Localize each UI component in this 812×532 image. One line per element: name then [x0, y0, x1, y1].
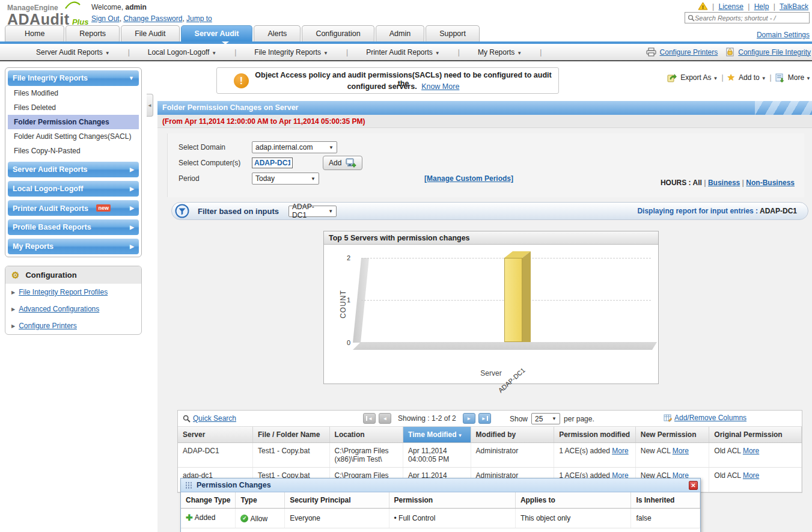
sidebar-item-folder-permission-changes[interactable]: Folder Permission Changes	[8, 115, 139, 129]
sidebar-item-files-modified[interactable]: Files Modified	[8, 86, 139, 100]
sign-out-link[interactable]: Sign Out	[91, 14, 120, 23]
hours-non-business-link[interactable]: Non-Business	[746, 179, 795, 187]
more-label: More	[788, 73, 804, 82]
welcome-text: Welcome,	[91, 3, 123, 11]
configure-file-integrity-link[interactable]: Configure File Integrity	[738, 48, 811, 57]
table-row[interactable]: ADAP-DC1 Test1 - Copy.bat C:\Program Fil…	[178, 443, 802, 468]
export-as-button[interactable]: Export As▼	[680, 73, 718, 82]
change-password-link[interactable]: Change Password	[123, 14, 182, 23]
sidebar-section-profile-based-reports[interactable]: Profile Based Reports ▶	[8, 219, 139, 235]
sidebar-item-folder-audit-setting-changes[interactable]: Folder Audit Setting Changes(SACL)	[8, 129, 139, 144]
search-input[interactable]	[695, 14, 803, 22]
original-permission-text: Old ACL	[714, 447, 740, 455]
configuration-box: ⚙ Configuration ▶ File Integrity Report …	[5, 266, 142, 335]
page-size-control: Show 25 ▼ per page.	[510, 413, 594, 424]
config-link-label[interactable]: Configure Printers	[19, 322, 77, 330]
subnav-file-integrity-reports[interactable]: File Integrity Reports▼	[236, 48, 346, 57]
subnav-server-audit-reports[interactable]: Server Audit Reports▼	[18, 48, 128, 57]
bullet-icon: •	[394, 514, 397, 522]
subnav-printer-audit-reports[interactable]: Printer Audit Reports▼	[348, 48, 458, 57]
next-page-button[interactable]: ►	[463, 413, 475, 424]
cell-location: C:\Program Files (x86)\Fim Test\	[329, 443, 403, 468]
tab-configuration[interactable]: Configuration	[302, 25, 374, 41]
computer-input[interactable]	[252, 157, 293, 168]
know-more-link[interactable]: Know More	[421, 82, 459, 91]
prev-page-button[interactable]: ◄	[379, 413, 391, 424]
chart-bar[interactable]	[504, 258, 532, 342]
tab-reports[interactable]: Reports	[66, 25, 120, 41]
sidebar-collapse-handle[interactable]: ◄	[147, 94, 153, 117]
configure-printers-link[interactable]: Configure Printers	[660, 48, 718, 57]
sidebar-section-local-logon-logoff[interactable]: Local Logon-Logoff ▶	[8, 181, 139, 197]
last-page-button[interactable]: ►	[478, 413, 491, 424]
export-as-label: Export As	[680, 73, 711, 82]
more-link[interactable]: More	[743, 447, 759, 455]
hours-business-link[interactable]: Business	[708, 179, 740, 187]
sidebar-section-printer-audit-reports[interactable]: Printer Audit Reports new ▶	[8, 200, 139, 216]
quick-search-link[interactable]: Quick Search	[193, 414, 236, 423]
tab-file-audit[interactable]: File Audit	[121, 25, 179, 41]
add-remove-columns-link[interactable]: Add/Remove Columns	[674, 414, 746, 422]
subnav-local-logon-logoff[interactable]: Local Logon-Logoff▼	[130, 48, 234, 57]
first-page-button[interactable]: ◄	[363, 413, 376, 424]
subnav-my-reports[interactable]: My Reports▼	[460, 48, 540, 57]
hours-all[interactable]: All	[693, 179, 702, 187]
select-domain-label: Select Domain	[179, 143, 252, 151]
domain-settings-link[interactable]: Domain Settings	[757, 31, 810, 39]
filter-input-select[interactable]: ADAP-DC1 ▼	[288, 206, 337, 217]
tab-admin[interactable]: Admin	[376, 25, 424, 41]
sidebar-section-file-integrity-reports[interactable]: File Integrity Reports ▼	[8, 70, 139, 86]
col-new-permission[interactable]: New Permission	[635, 427, 709, 443]
chevron-right-icon: ▶	[130, 219, 134, 235]
add-computer-button[interactable]: Add	[323, 156, 362, 170]
notice-line2: configured servers. Know More	[253, 82, 554, 91]
col-modified-by[interactable]: Modified by	[471, 427, 554, 443]
sidebar-item-files-deleted[interactable]: Files Deleted	[8, 100, 139, 115]
new-badge: new	[96, 204, 111, 212]
more-link[interactable]: More	[612, 447, 628, 455]
license-link[interactable]: License	[719, 2, 743, 11]
sidebar-item-files-copy-n-pasted[interactable]: Files Copy-N-Pasted	[8, 144, 139, 158]
printer-icon	[646, 47, 656, 57]
config-link-configure-printers[interactable]: ▶ Configure Printers	[5, 317, 141, 334]
filter-value: ADAP-DC1	[292, 203, 323, 219]
col-original-permission[interactable]: Original Permission	[709, 427, 802, 443]
sidebar-section-server-audit-reports[interactable]: Server Audit Reports ▶	[8, 162, 139, 177]
tab-server-audit[interactable]: Server Audit	[181, 25, 253, 41]
manage-custom-periods-link[interactable]: [Manage Custom Periods]	[424, 174, 513, 183]
close-icon[interactable]: ✕	[689, 481, 698, 490]
header-stripes	[755, 101, 812, 115]
add-remove-columns[interactable]: Add/Remove Columns	[664, 414, 746, 422]
sub-nav: Server Audit Reports▼ | Local Logon-Logo…	[0, 44, 812, 61]
col-time-modified[interactable]: Time Modified▼	[403, 427, 471, 443]
domain-select[interactable]: adap.internal.com ▼	[252, 141, 337, 153]
more-link[interactable]: More	[743, 471, 759, 480]
alert-circle-icon: !	[234, 73, 249, 88]
col-file-folder-name[interactable]: File / Folder Name	[253, 427, 330, 443]
period-select[interactable]: Today ▼	[252, 173, 319, 185]
col-server[interactable]: Server	[178, 427, 253, 443]
add-to-button[interactable]: Add to▼	[739, 73, 766, 82]
jump-to-link[interactable]: Jump to	[186, 14, 212, 23]
config-link-file-integrity-report-profiles[interactable]: ▶ File Integrity Report Profiles	[5, 284, 141, 301]
filter-bar: Filter based on inputs ADAP-DC1 ▼ Displa…	[171, 202, 808, 220]
popup-header[interactable]: Permission Changes ✕	[181, 478, 700, 492]
adaudit-plus-page: ManageEngine ADAudit Plus Welcome, admin…	[0, 0, 812, 532]
talkback-link[interactable]: TalkBack	[780, 2, 808, 11]
col-location[interactable]: Location	[329, 427, 403, 443]
drag-handle-icon[interactable]	[185, 482, 192, 489]
config-link-advanced-configurations[interactable]: ▶ Advanced Configurations	[5, 301, 141, 317]
page-size-select[interactable]: 25 ▼	[531, 413, 560, 424]
config-link-label[interactable]: File Integrity Report Profiles	[19, 288, 108, 296]
help-link[interactable]: Help	[754, 2, 769, 11]
logo-swoosh-icon	[65, 1, 81, 9]
tab-alerts[interactable]: Alerts	[254, 25, 301, 41]
tab-home[interactable]: Home	[5, 25, 64, 41]
more-button[interactable]: More▼	[788, 73, 811, 82]
more-link[interactable]: More	[673, 447, 689, 455]
col-permission-modified[interactable]: Permission modified	[554, 427, 636, 443]
sidebar-section-my-reports[interactable]: My Reports ▶	[8, 239, 139, 254]
tab-support[interactable]: Support	[426, 25, 480, 41]
quick-search[interactable]: Quick Search	[183, 414, 236, 423]
config-link-label[interactable]: Advanced Configurations	[19, 305, 99, 313]
